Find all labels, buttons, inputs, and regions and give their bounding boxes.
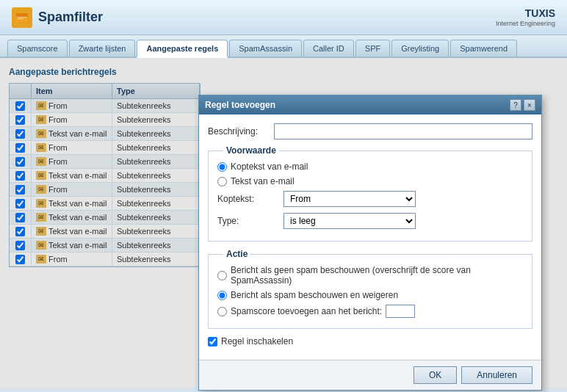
app-header: Spamfilter TUXIS Internet Engineering (0, 0, 567, 35)
regel-inschakelen-row: Regel inschakelen (208, 336, 532, 346)
beschrijving-label: Beschrijving: (208, 126, 274, 137)
dialog-controls: ? × (510, 99, 535, 111)
dialog-footer: OK Annuleren (199, 360, 541, 390)
svg-rect-1 (16, 13, 28, 17)
actie-legend: Actie (223, 249, 250, 259)
voorwaarde-radio-koptekst[interactable] (217, 162, 227, 172)
voorwaarde-option2-label: Tekst van e-mail (231, 176, 295, 186)
tuxis-logo: TUXIS Internet Engineering (496, 7, 555, 28)
tab-zwarte-lijsten[interactable]: Zwarte lijsten (69, 40, 136, 57)
voorwaarde-legend: Voorwaarde (223, 145, 279, 156)
actie-radio-spam-weigeren[interactable] (217, 291, 227, 300)
dialog-titlebar: Regel toevoegen ? × (199, 95, 541, 115)
svg-rect-3 (18, 18, 24, 19)
actie-option1-label: Bericht als geen spam beschouwen (oversc… (231, 265, 523, 286)
type-row: Type: is leeg bevat begint met eindigt o… (217, 213, 523, 229)
dialog-body: Beschrijving: Voorwaarde Koptekst van e-… (199, 115, 541, 360)
tab-spamscore[interactable]: Spamscore (7, 40, 68, 57)
spamscore-input[interactable] (386, 305, 415, 318)
add-rule-dialog: Regel toevoegen ? × Beschrijving: Voorwa… (198, 95, 542, 391)
beschrijving-input[interactable] (274, 123, 532, 139)
actie-radio-spamscore[interactable] (217, 307, 227, 316)
dialog-title: Regel toevoegen (205, 100, 275, 110)
voorwaarde-radio-tekst[interactable] (217, 177, 227, 186)
type-label: Type: (217, 216, 284, 226)
cancel-button[interactable]: Annuleren (461, 366, 532, 384)
app-logo-icon (12, 7, 32, 28)
actie-option1-row: Bericht als geen spam beschouwen (oversc… (217, 265, 523, 286)
voorwaarde-fieldset: Voorwaarde Koptekst van e-mail Tekst van… (208, 145, 532, 242)
tab-spamassassin[interactable]: SpamAssassin (229, 40, 302, 57)
tab-greylisting[interactable]: Greylisting (391, 40, 449, 57)
tab-bar: Spamscore Zwarte lijsten Aangepaste rege… (0, 35, 567, 58)
tab-aangepaste-regels[interactable]: Aangepaste regels (137, 40, 228, 58)
svg-rect-2 (18, 17, 26, 18)
app-title-group: Spamfilter (12, 7, 103, 28)
actie-fieldset: Actie Bericht als geen spam beschouwen (… (208, 249, 532, 329)
koptekst-row: Koptekst: From To Subject CC Reply-To (217, 191, 523, 207)
regel-inschakelen-checkbox[interactable] (208, 337, 217, 346)
regel-inschakelen-label: Regel inschakelen (221, 336, 293, 346)
beschrijving-row: Beschrijving: (208, 123, 532, 139)
actie-option2-label: Bericht als spam beschouwen en weigeren (231, 290, 398, 300)
actie-radio-geen-spam[interactable] (217, 271, 227, 280)
actie-option2-row: Bericht als spam beschouwen en weigeren (217, 290, 523, 300)
voorwaarde-option1-row: Koptekst van e-mail (217, 161, 523, 172)
main-content: Aangepaste berichtregels Item Type ✉From… (0, 58, 567, 388)
dialog-close-button[interactable]: × (524, 99, 535, 111)
tab-caller-id[interactable]: Caller ID (303, 40, 354, 57)
koptekst-label: Koptekst: (217, 194, 284, 204)
app-title: Spamfilter (38, 10, 103, 25)
type-select[interactable]: is leeg bevat begint met eindigt op is g… (284, 213, 416, 229)
tab-spamwerend[interactable]: Spamwerend (450, 40, 517, 57)
voorwaarde-option1-label: Koptekst van e-mail (231, 161, 308, 172)
ok-button[interactable]: OK (413, 366, 457, 384)
actie-option3-label: Spamscore toevoegen aan het bericht: (231, 306, 382, 316)
koptekst-select[interactable]: From To Subject CC Reply-To (284, 191, 416, 207)
dialog-help-button[interactable]: ? (510, 99, 521, 111)
tab-spf[interactable]: SPF (355, 40, 390, 57)
voorwaarde-option2-row: Tekst van e-mail (217, 176, 523, 186)
actie-option3-row: Spamscore toevoegen aan het bericht: (217, 305, 523, 318)
